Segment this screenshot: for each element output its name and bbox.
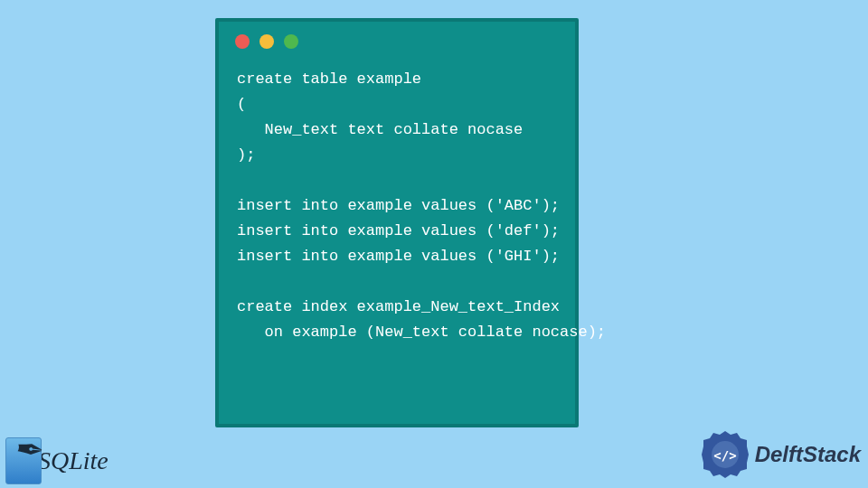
sqlite-label: SQLite — [38, 446, 108, 475]
code-window: create table example ( New_text text col… — [215, 18, 579, 427]
delftstack-label: DelftStack — [755, 442, 861, 467]
close-icon[interactable] — [235, 34, 250, 49]
sqlite-logo: ✒ SQLite — [5, 437, 108, 484]
window-titlebar — [219, 22, 575, 54]
sqlite-box-icon: ✒ — [5, 437, 42, 484]
delftstack-logo: </> DelftStack — [701, 430, 861, 479]
maximize-icon[interactable] — [284, 34, 298, 49]
svg-text:</>: </> — [713, 448, 736, 463]
feather-icon: ✒ — [14, 431, 46, 468]
delftstack-gear-icon: </> — [701, 430, 750, 479]
minimize-icon[interactable] — [259, 34, 274, 49]
code-block: create table example ( New_text text col… — [219, 54, 575, 346]
